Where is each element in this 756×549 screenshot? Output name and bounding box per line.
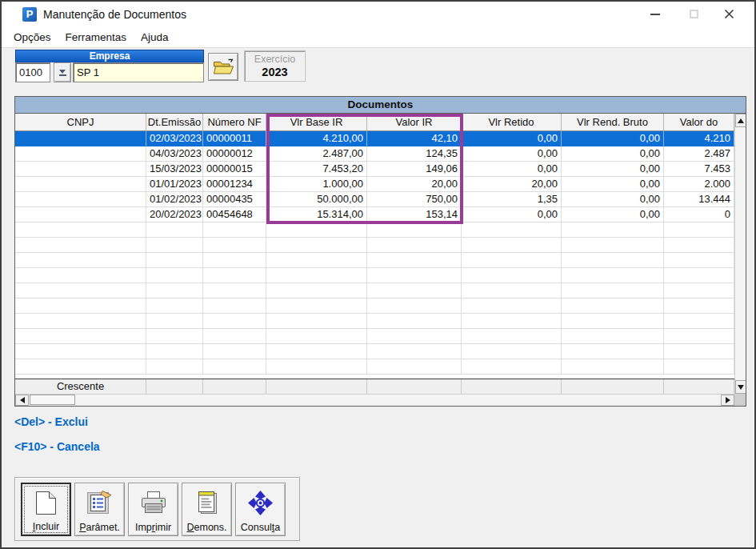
table-row-empty[interactable]: [15, 283, 734, 299]
grid-header-row: CNPJDt.EmissãoNúmero NFVlr Base IRValor …: [15, 114, 734, 131]
table-row-empty[interactable]: [15, 314, 734, 329]
cell: [203, 314, 266, 329]
cell: 42,10: [367, 131, 462, 146]
cell: 124,35: [367, 146, 462, 162]
column-header-vlr-rend-bruto[interactable]: Vlr Rend. Bruto: [562, 114, 664, 131]
paramet-button[interactable]: Parâmet.: [74, 483, 125, 536]
cell: [266, 253, 367, 268]
cell: [266, 329, 367, 344]
menu-item-ajuda[interactable]: Ajuda: [134, 27, 176, 47]
cell: [367, 253, 462, 268]
app-window: P Manutenção de Documentos OpçõesFerrame…: [0, 0, 756, 549]
cell: 7.453,20: [266, 162, 367, 177]
footer-cell: [367, 379, 462, 394]
table-row-empty[interactable]: [15, 299, 734, 314]
menu-bar: OpçõesFerramentasAjuda: [2, 27, 754, 47]
cell: 01/01/2023: [146, 177, 203, 192]
cell: 15/03/2023: [146, 162, 203, 177]
grid-body: 02/03/2023000000114.210,0042,100,000,004…: [15, 131, 734, 379]
horizontal-scrollbar-thumb[interactable]: [30, 395, 75, 405]
cell: [367, 359, 462, 375]
cell: 04/03/2023: [146, 146, 203, 162]
hint-del-exclui: <Del> - Exclui: [14, 415, 88, 428]
new-document-icon: [22, 484, 70, 521]
cell: 0,00: [462, 146, 562, 162]
cell: [664, 283, 734, 299]
cell: [203, 268, 266, 283]
table-row-empty[interactable]: [15, 222, 734, 238]
table-row-empty[interactable]: [15, 268, 734, 283]
column-header-vlr-base-ir[interactable]: Vlr Base IR: [266, 114, 367, 131]
table-row-empty[interactable]: [15, 329, 734, 344]
footer-cell: [146, 379, 203, 394]
incluir-button[interactable]: Incluir: [21, 483, 71, 536]
app-icon: P: [22, 7, 37, 22]
cell: [562, 268, 664, 283]
cell: [266, 268, 367, 283]
footer-cell: [266, 379, 367, 394]
table-row-empty[interactable]: [15, 253, 734, 268]
scroll-up-button[interactable]: [735, 114, 746, 127]
table-row-empty[interactable]: [15, 238, 734, 253]
column-header-vlr-retido[interactable]: Vlr Retido: [462, 114, 562, 131]
menu-item-opcoes[interactable]: Opções: [6, 27, 58, 47]
cell: 2.000: [664, 177, 734, 192]
exercicio-group: Exercício 2023: [244, 50, 306, 82]
footer-cell: [203, 379, 266, 394]
table-row-empty[interactable]: [15, 359, 734, 375]
cell: [15, 177, 146, 192]
table-row[interactable]: 01/02/20230000043550.000,00750,001,350,0…: [15, 192, 734, 207]
column-header-cnpj[interactable]: CNPJ: [15, 114, 146, 131]
empresa-name-field[interactable]: SP 1: [73, 62, 204, 82]
cell: [15, 146, 146, 162]
minimize-icon: [650, 14, 660, 15]
table-row-empty[interactable]: [15, 344, 734, 359]
footer-cell: [562, 379, 664, 394]
up-arrow-icon: [738, 118, 744, 123]
scroll-down-button[interactable]: [735, 380, 746, 394]
open-company-button[interactable]: [208, 53, 238, 81]
table-row[interactable]: 02/03/2023000000114.210,0042,100,000,004…: [15, 131, 734, 146]
column-header-valor-ir[interactable]: Valor IR: [367, 114, 462, 131]
table-row[interactable]: 15/03/2023000000157.453,20149,060,000,00…: [15, 162, 734, 177]
cell: 00001234: [203, 177, 266, 192]
maximize-button: [680, 2, 707, 26]
vertical-scrollbar[interactable]: [734, 114, 746, 394]
cell: 15.314,00: [266, 207, 367, 222]
table-row[interactable]: 04/03/2023000000122.487,00124,350,000,00…: [15, 146, 734, 162]
menu-item-ferramentas[interactable]: Ferramentas: [58, 27, 134, 47]
scroll-left-button[interactable]: [15, 395, 29, 406]
cell: [15, 329, 146, 344]
cell: 1.000,00: [266, 177, 367, 192]
cell: [367, 238, 462, 253]
cell: 149,06: [367, 162, 462, 177]
close-button[interactable]: [715, 2, 742, 26]
imprimir-button[interactable]: Imprimir: [128, 483, 178, 536]
cell: 0,00: [462, 131, 562, 146]
cell: [15, 131, 146, 146]
scroll-right-button[interactable]: [721, 395, 734, 406]
horizontal-scrollbar[interactable]: [15, 394, 734, 406]
demons-button[interactable]: Demons.: [182, 483, 232, 536]
grid-footer-row: Crescente: [15, 379, 734, 394]
empresa-lookup-button[interactable]: [54, 62, 71, 82]
cell: [203, 253, 266, 268]
column-header-dt-emissao[interactable]: Dt.Emissão: [146, 114, 203, 131]
cell: [266, 238, 367, 253]
cell: 0,00: [462, 207, 562, 222]
consulta-button[interactable]: Consulta: [235, 483, 286, 536]
table-row[interactable]: 20/02/20230045464815.314,00153,140,000,0…: [15, 207, 734, 222]
cell: 50.000,00: [266, 192, 367, 207]
cell: 0,00: [562, 207, 664, 222]
column-header-valor-do[interactable]: Valor do: [664, 114, 734, 131]
empresa-code-field[interactable]: 0100: [15, 62, 50, 82]
grid-title: Documentos: [15, 97, 746, 114]
cell: 4.210,00: [266, 131, 367, 146]
cell: [664, 268, 734, 283]
cell: [462, 238, 562, 253]
table-row[interactable]: 01/01/2023000012341.000,0020,0020,000,00…: [15, 177, 734, 192]
close-icon: [724, 9, 734, 19]
column-header-numero-nf[interactable]: Número NF: [203, 114, 266, 131]
minimize-button[interactable]: [642, 2, 669, 26]
cell: [15, 283, 146, 299]
